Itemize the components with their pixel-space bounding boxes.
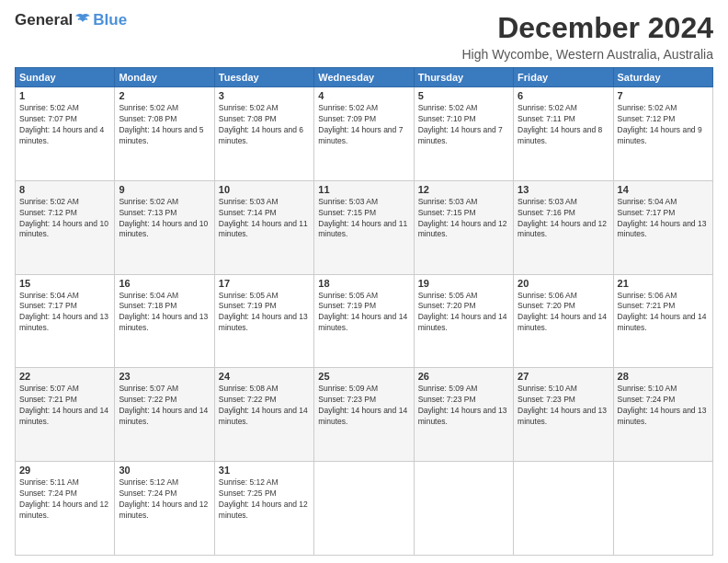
col-tuesday: Tuesday xyxy=(214,68,313,87)
day-cell-25: 25 Sunrise: 5:09 AMSunset: 7:23 PMDaylig… xyxy=(314,368,414,462)
table-row: 29 Sunrise: 5:11 AMSunset: 7:24 PMDaylig… xyxy=(16,462,713,556)
day-info: Sunrise: 5:05 AMSunset: 7:19 PMDaylight:… xyxy=(219,291,310,335)
day-info: Sunrise: 5:03 AMSunset: 7:14 PMDaylight:… xyxy=(219,197,310,241)
day-number: 27 xyxy=(518,371,609,382)
day-info: Sunrise: 5:06 AMSunset: 7:20 PMDaylight:… xyxy=(518,291,609,335)
col-friday: Friday xyxy=(514,68,613,87)
col-monday: Monday xyxy=(115,68,214,87)
location-title: High Wycombe, Western Australia, Austral… xyxy=(461,47,713,62)
logo-blue: Blue xyxy=(93,11,127,29)
day-info: Sunrise: 5:04 AMSunset: 7:18 PMDaylight:… xyxy=(119,291,210,335)
empty-cell xyxy=(613,462,712,556)
day-info: Sunrise: 5:02 AMSunset: 7:11 PMDaylight:… xyxy=(518,103,609,147)
day-cell-31: 31 Sunrise: 5:12 AMSunset: 7:25 PMDaylig… xyxy=(214,462,313,556)
day-cell-14: 14 Sunrise: 5:04 AMSunset: 7:17 PMDaylig… xyxy=(613,180,712,274)
day-number: 24 xyxy=(219,371,310,382)
day-number: 31 xyxy=(219,465,310,476)
day-number: 18 xyxy=(318,278,409,289)
day-info: Sunrise: 5:12 AMSunset: 7:25 PMDaylight:… xyxy=(219,477,310,522)
day-info: Sunrise: 5:07 AMSunset: 7:22 PMDaylight:… xyxy=(119,384,210,428)
day-cell-15: 15 Sunrise: 5:04 AMSunset: 7:17 PMDaylig… xyxy=(16,274,115,368)
day-info: Sunrise: 5:05 AMSunset: 7:20 PMDaylight:… xyxy=(418,291,509,335)
day-cell-22: 22 Sunrise: 5:07 AMSunset: 7:21 PMDaylig… xyxy=(16,368,115,462)
day-cell-12: 12 Sunrise: 5:03 AMSunset: 7:15 PMDaylig… xyxy=(414,180,513,274)
day-number: 4 xyxy=(318,90,409,101)
day-number: 25 xyxy=(318,371,409,382)
day-cell-11: 11 Sunrise: 5:03 AMSunset: 7:15 PMDaylig… xyxy=(314,180,414,274)
day-cell-5: 5 Sunrise: 5:02 AMSunset: 7:10 PMDayligh… xyxy=(414,87,513,181)
calendar: Sunday Monday Tuesday Wednesday Thursday… xyxy=(15,67,713,556)
day-info: Sunrise: 5:09 AMSunset: 7:23 PMDaylight:… xyxy=(418,384,509,428)
day-info: Sunrise: 5:02 AMSunset: 7:13 PMDaylight:… xyxy=(119,197,210,241)
day-info: Sunrise: 5:10 AMSunset: 7:24 PMDaylight:… xyxy=(618,384,709,428)
page: General Blue December 2024 High Wycombe,… xyxy=(0,0,728,563)
col-saturday: Saturday xyxy=(613,68,712,87)
day-number: 19 xyxy=(418,278,509,289)
day-info: Sunrise: 5:05 AMSunset: 7:19 PMDaylight:… xyxy=(318,291,409,335)
day-info: Sunrise: 5:04 AMSunset: 7:17 PMDaylight:… xyxy=(19,291,110,335)
empty-cell xyxy=(414,462,513,556)
day-number: 26 xyxy=(418,371,509,382)
empty-cell xyxy=(514,462,613,556)
day-cell-23: 23 Sunrise: 5:07 AMSunset: 7:22 PMDaylig… xyxy=(115,368,214,462)
day-cell-24: 24 Sunrise: 5:08 AMSunset: 7:22 PMDaylig… xyxy=(214,368,313,462)
day-cell-2: 2 Sunrise: 5:02 AMSunset: 7:08 PMDayligh… xyxy=(115,87,214,181)
day-cell-6: 6 Sunrise: 5:02 AMSunset: 7:11 PMDayligh… xyxy=(514,87,613,181)
col-wednesday: Wednesday xyxy=(314,68,414,87)
day-number: 11 xyxy=(318,184,409,195)
day-cell-9: 9 Sunrise: 5:02 AMSunset: 7:13 PMDayligh… xyxy=(115,180,214,274)
day-cell-4: 4 Sunrise: 5:02 AMSunset: 7:09 PMDayligh… xyxy=(314,87,414,181)
day-info: Sunrise: 5:04 AMSunset: 7:17 PMDaylight:… xyxy=(618,197,709,241)
day-info: Sunrise: 5:02 AMSunset: 7:07 PMDaylight:… xyxy=(19,103,110,147)
day-info: Sunrise: 5:10 AMSunset: 7:23 PMDaylight:… xyxy=(518,384,609,428)
day-number: 23 xyxy=(119,371,210,382)
day-number: 3 xyxy=(219,90,310,101)
day-cell-3: 3 Sunrise: 5:02 AMSunset: 7:08 PMDayligh… xyxy=(214,87,313,181)
day-number: 30 xyxy=(119,465,210,476)
title-area: December 2024 High Wycombe, Western Aust… xyxy=(461,11,713,62)
table-row: 22 Sunrise: 5:07 AMSunset: 7:21 PMDaylig… xyxy=(16,368,713,462)
day-number: 2 xyxy=(119,90,210,101)
day-number: 22 xyxy=(19,371,110,382)
day-number: 28 xyxy=(618,371,709,382)
day-number: 16 xyxy=(119,278,210,289)
day-cell-10: 10 Sunrise: 5:03 AMSunset: 7:14 PMDaylig… xyxy=(214,180,313,274)
day-number: 21 xyxy=(618,278,709,289)
day-info: Sunrise: 5:09 AMSunset: 7:23 PMDaylight:… xyxy=(318,384,409,428)
day-info: Sunrise: 5:08 AMSunset: 7:22 PMDaylight:… xyxy=(219,384,310,428)
day-info: Sunrise: 5:02 AMSunset: 7:09 PMDaylight:… xyxy=(318,103,409,147)
day-number: 20 xyxy=(518,278,609,289)
day-cell-21: 21 Sunrise: 5:06 AMSunset: 7:21 PMDaylig… xyxy=(613,274,712,368)
header: General Blue December 2024 High Wycombe,… xyxy=(15,11,713,62)
day-number: 12 xyxy=(418,184,509,195)
day-info: Sunrise: 5:02 AMSunset: 7:08 PMDaylight:… xyxy=(219,103,310,147)
calendar-header-row: Sunday Monday Tuesday Wednesday Thursday… xyxy=(16,68,713,87)
day-number: 7 xyxy=(618,90,709,101)
day-cell-19: 19 Sunrise: 5:05 AMSunset: 7:20 PMDaylig… xyxy=(414,274,513,368)
day-cell-26: 26 Sunrise: 5:09 AMSunset: 7:23 PMDaylig… xyxy=(414,368,513,462)
day-cell-17: 17 Sunrise: 5:05 AMSunset: 7:19 PMDaylig… xyxy=(214,274,313,368)
day-number: 8 xyxy=(19,184,110,195)
day-cell-20: 20 Sunrise: 5:06 AMSunset: 7:20 PMDaylig… xyxy=(514,274,613,368)
day-number: 6 xyxy=(518,90,609,101)
day-info: Sunrise: 5:03 AMSunset: 7:15 PMDaylight:… xyxy=(318,197,409,241)
day-cell-8: 8 Sunrise: 5:02 AMSunset: 7:12 PMDayligh… xyxy=(16,180,115,274)
day-cell-30: 30 Sunrise: 5:12 AMSunset: 7:24 PMDaylig… xyxy=(115,462,214,556)
day-info: Sunrise: 5:07 AMSunset: 7:21 PMDaylight:… xyxy=(19,384,110,428)
day-info: Sunrise: 5:12 AMSunset: 7:24 PMDaylight:… xyxy=(119,477,210,522)
day-cell-18: 18 Sunrise: 5:05 AMSunset: 7:19 PMDaylig… xyxy=(314,274,414,368)
logo-general: General xyxy=(15,11,73,29)
col-thursday: Thursday xyxy=(414,68,513,87)
day-cell-13: 13 Sunrise: 5:03 AMSunset: 7:16 PMDaylig… xyxy=(514,180,613,274)
day-info: Sunrise: 5:06 AMSunset: 7:21 PMDaylight:… xyxy=(618,291,709,335)
day-info: Sunrise: 5:02 AMSunset: 7:12 PMDaylight:… xyxy=(19,197,110,241)
day-cell-1: 1 Sunrise: 5:02 AMSunset: 7:07 PMDayligh… xyxy=(16,87,115,181)
logo: General Blue xyxy=(15,11,127,29)
logo-bird-icon xyxy=(74,13,92,28)
day-cell-7: 7 Sunrise: 5:02 AMSunset: 7:12 PMDayligh… xyxy=(613,87,712,181)
day-info: Sunrise: 5:02 AMSunset: 7:12 PMDaylight:… xyxy=(618,103,709,147)
day-number: 5 xyxy=(418,90,509,101)
day-info: Sunrise: 5:02 AMSunset: 7:08 PMDaylight:… xyxy=(119,103,210,147)
table-row: 8 Sunrise: 5:02 AMSunset: 7:12 PMDayligh… xyxy=(16,180,713,274)
day-number: 15 xyxy=(19,278,110,289)
